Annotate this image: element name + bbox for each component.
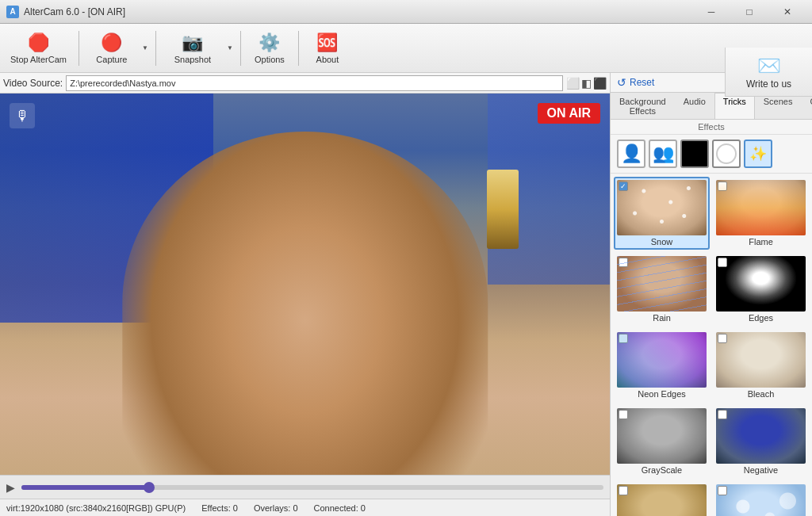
effect-label-neon: Neon Edges <box>638 389 686 399</box>
video-frame <box>0 94 610 475</box>
effect-thumb-bubbles <box>716 484 806 516</box>
effect-label-negative: Negative <box>744 465 778 475</box>
effect-icon-person1[interactable]: 👤 <box>617 140 645 168</box>
titlebar-controls: ─ □ ✕ <box>693 0 806 24</box>
effect-thumb-edges <box>716 256 806 312</box>
effects-grid-container[interactable]: ✓ Snow Flame Rain <box>611 174 812 516</box>
effect-icon-person2[interactable]: 👥 <box>649 140 677 168</box>
effects-grid: ✓ Snow Flame Rain <box>614 177 809 516</box>
right-tabs: Background Effects Audio Tricks Scenes O… <box>611 93 812 120</box>
capture-button[interactable]: 🔴 Capture <box>84 27 140 70</box>
snapshot-button[interactable]: 📷 Snapshot <box>161 27 224 70</box>
video-source-path: Z:\prerecorded\Nastya.mov <box>66 75 563 91</box>
capture-dropdown-button[interactable]: ▼ <box>140 27 151 70</box>
about-icon: 🆘 <box>316 32 338 53</box>
snapshot-label: Snapshot <box>174 55 211 64</box>
person-silhouette <box>122 132 488 475</box>
toolbar-separator-4 <box>298 31 299 66</box>
options-button[interactable]: ⚙️ Options <box>246 27 293 70</box>
effect-bubbles[interactable]: Bubbles <box>713 481 809 516</box>
effect-thumb-negative <box>716 408 806 464</box>
write-to-us-button[interactable]: ✉️ Write to us <box>725 48 812 97</box>
tab-background-effects[interactable]: Background Effects <box>611 93 675 119</box>
effect-check-rain <box>619 258 628 267</box>
write-label: Write to us <box>746 78 791 90</box>
right-panel: ↺ Reset Background Effects Audio Tricks … <box>610 73 812 516</box>
titlebar-title: AlterCam 6.0 - [ON AIR] <box>24 6 693 17</box>
capture-icon: 🔴 <box>101 32 122 53</box>
effect-bleach[interactable]: Bleach <box>713 329 809 402</box>
tab-audio[interactable]: Audio <box>675 93 714 119</box>
effect-label-grayscale: GrayScale <box>642 465 682 475</box>
effect-check-bleach <box>718 334 727 343</box>
minimize-button[interactable]: ─ <box>693 0 730 24</box>
mail-icon: ✉️ <box>757 55 781 77</box>
toolbar-separator-1 <box>79 31 79 66</box>
tab-sublabel: Effects <box>611 120 812 135</box>
maximize-button[interactable]: □ <box>731 0 768 24</box>
connected-count: Connected: 0 <box>314 503 366 513</box>
effect-check-bubbles <box>718 486 727 495</box>
snapshot-icon: 📷 <box>182 32 203 53</box>
effect-neon-edges[interactable]: Neon Edges <box>614 329 710 402</box>
effects-icon-row: 👤 👥 ✨ <box>611 135 812 174</box>
effect-thumb-neon <box>617 332 707 388</box>
progress-thumb[interactable] <box>144 482 155 493</box>
toolbar: 🛑 Stop AlterCam 🔴 Capture ▼ 📷 Snapshot ▼… <box>0 24 812 73</box>
overlays-count: Overlays: 0 <box>254 503 298 513</box>
effect-label-edges: Edges <box>749 313 773 323</box>
effect-icon-white-circle[interactable] <box>712 140 741 168</box>
lamp <box>487 170 519 249</box>
progress-fill <box>21 485 149 490</box>
effect-thumb-flame <box>716 180 806 235</box>
effect-icon-black-circle[interactable] <box>680 140 709 168</box>
mic-button[interactable]: 🎙 <box>10 103 35 128</box>
toolbar-separator-2 <box>155 31 156 66</box>
effect-icon-sparkle[interactable]: ✨ <box>744 140 772 168</box>
fit-icon[interactable]: ◧ <box>581 77 592 90</box>
effect-thumb-bleach <box>716 332 806 388</box>
titlebar: A AlterCam 6.0 - [ON AIR] ─ □ ✕ <box>0 0 812 24</box>
reset-button[interactable]: Reset <box>630 77 654 88</box>
virt-info: virt:1920x1080 (src:3840x2160[RGB]) GPU(… <box>6 503 186 513</box>
stop-label: Stop AlterCam <box>10 55 67 64</box>
reset-icon: ↺ <box>617 76 626 89</box>
playback-bar: ▶ <box>0 475 610 499</box>
effect-negative[interactable]: Negative <box>713 405 809 478</box>
effect-rain[interactable]: Rain <box>614 253 710 326</box>
effect-thumb-rain <box>617 256 707 312</box>
effect-grayscale[interactable]: GrayScale <box>614 405 710 478</box>
effect-snow[interactable]: ✓ Snow <box>614 177 710 250</box>
close-button[interactable]: ✕ <box>769 0 806 24</box>
effect-check-snow: ✓ <box>619 182 628 191</box>
effect-thumb-grayscale <box>617 408 707 464</box>
stop-altercam-button[interactable]: 🛑 Stop AlterCam <box>3 27 74 70</box>
left-panel: Video Source: Z:\prerecorded\Nastya.mov … <box>0 73 610 516</box>
app-icon: A <box>6 6 19 18</box>
effect-check-negative <box>718 410 727 419</box>
about-button[interactable]: 🆘 About <box>304 27 351 70</box>
video-source-bar: Video Source: Z:\prerecorded\Nastya.mov … <box>0 73 610 94</box>
video-source-icons: ⬜ ◧ ⬛ <box>566 77 607 90</box>
crop-icon[interactable]: ⬜ <box>566 77 580 90</box>
effect-flame[interactable]: Flame <box>713 177 809 250</box>
effect-label-flame: Flame <box>749 237 773 247</box>
progress-track[interactable] <box>21 485 603 490</box>
capture-label: Capture <box>96 55 127 64</box>
snapshot-dropdown-button[interactable]: ▼ <box>224 27 236 70</box>
effect-label-bleach: Bleach <box>748 389 775 399</box>
stop-icon: 🛑 <box>28 32 49 53</box>
effect-check-grayscale <box>619 410 628 419</box>
effect-check-neon <box>619 334 628 343</box>
play-button[interactable]: ▶ <box>6 481 15 494</box>
toolbar-separator-3 <box>240 31 241 66</box>
video-content: 🎙 ON AIR <box>0 94 610 475</box>
effect-edges[interactable]: Edges <box>713 253 809 326</box>
about-label: About <box>316 55 339 64</box>
effect-label-snow: Snow <box>651 237 673 247</box>
on-air-badge: ON AIR <box>538 103 600 124</box>
stretch-icon[interactable]: ⬛ <box>593 77 607 90</box>
video-source-label: Video Source: <box>3 78 63 89</box>
effect-sepia[interactable]: Sepia <box>614 481 710 516</box>
capture-group: 🔴 Capture ▼ <box>84 27 151 70</box>
